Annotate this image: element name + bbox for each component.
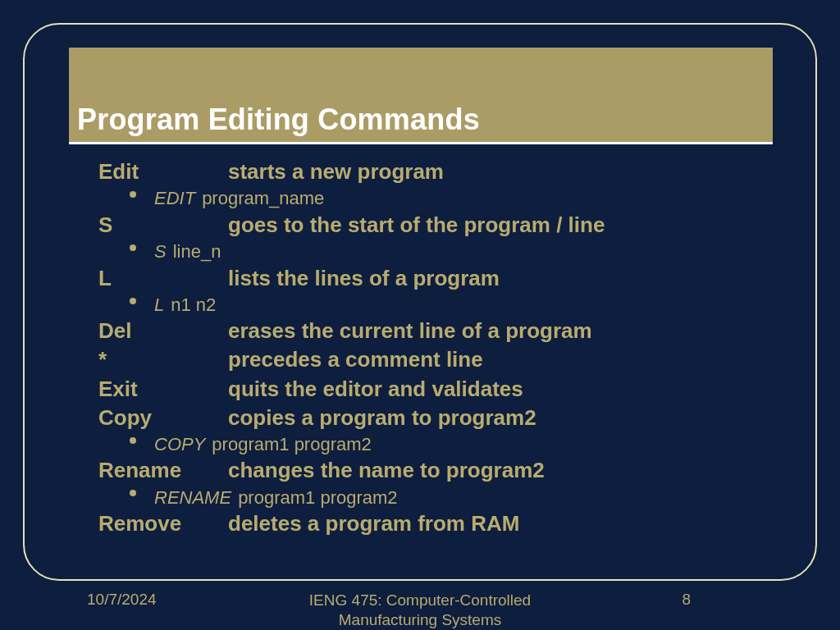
- slide-title: Program Editing Commands: [77, 103, 480, 137]
- command-row: * precedes a comment line: [98, 345, 796, 374]
- command-desc: starts a new program: [228, 158, 444, 186]
- bullet-icon: [130, 490, 136, 496]
- syntax-keyword: S: [154, 240, 167, 264]
- footer-page-number: 8: [682, 591, 691, 609]
- command-desc: quits the editor and validates: [228, 375, 523, 404]
- command-name: S: [98, 211, 228, 240]
- command-name: Copy: [98, 404, 228, 432]
- command-name: L: [98, 264, 228, 293]
- syntax-arg: line_n: [173, 240, 221, 264]
- command-row: L lists the lines of a program: [98, 264, 796, 293]
- command-desc: lists the lines of a program: [228, 264, 500, 293]
- command-syntax: RENAME program1 program2: [98, 486, 796, 510]
- footer-course-line2: Manufacturing Systems: [339, 611, 502, 628]
- syntax-keyword: L: [154, 293, 164, 317]
- command-name: Del: [98, 317, 228, 345]
- bullet-icon: [130, 437, 136, 444]
- syntax-arg: program1 program2: [212, 432, 371, 457]
- command-name: Exit: [98, 375, 228, 404]
- syntax-arg: n1 n2: [171, 293, 216, 317]
- command-name: Edit: [98, 158, 228, 186]
- syntax-keyword: RENAME: [154, 486, 231, 510]
- bullet-icon: [130, 244, 136, 251]
- command-desc: precedes a comment line: [228, 345, 483, 374]
- command-desc: deletes a program from RAM: [228, 509, 519, 538]
- command-row: Edit starts a new program: [98, 158, 796, 186]
- command-name: *: [98, 345, 228, 374]
- bullet-icon: [130, 191, 136, 198]
- slide-content: Edit starts a new program EDIT program_n…: [98, 158, 796, 538]
- command-syntax: EDIT program_name: [98, 186, 796, 211]
- syntax-arg: program_name: [202, 186, 324, 211]
- command-desc: changes the name to program2: [228, 456, 545, 485]
- command-name: Rename: [98, 456, 228, 485]
- command-row: S goes to the start of the program / lin…: [98, 211, 796, 240]
- syntax-keyword: EDIT: [154, 186, 195, 211]
- footer-course-line1: IENG 475: Computer-Controlled: [309, 591, 531, 609]
- command-syntax: S line_n: [98, 240, 796, 264]
- command-name: Remove: [98, 509, 228, 538]
- command-row: Del erases the current line of a program: [98, 317, 796, 345]
- command-row: Remove deletes a program from RAM: [98, 509, 796, 538]
- footer-course: IENG 475: Computer-Controlled Manufactur…: [0, 591, 840, 630]
- command-row: Copy copies a program to program2: [98, 404, 796, 432]
- command-desc: erases the current line of a program: [228, 317, 592, 345]
- bullet-icon: [130, 298, 136, 304]
- command-syntax: L n1 n2: [98, 293, 796, 317]
- command-row: Exit quits the editor and validates: [98, 375, 796, 404]
- title-bar: Program Editing Commands: [69, 48, 773, 144]
- syntax-keyword: COPY: [154, 432, 205, 457]
- command-syntax: COPY program1 program2: [98, 432, 796, 457]
- command-desc: goes to the start of the program / line: [228, 211, 605, 240]
- command-desc: copies a program to program2: [228, 404, 536, 432]
- syntax-arg: program1 program2: [238, 486, 397, 510]
- command-row: Rename changes the name to program2: [98, 456, 796, 485]
